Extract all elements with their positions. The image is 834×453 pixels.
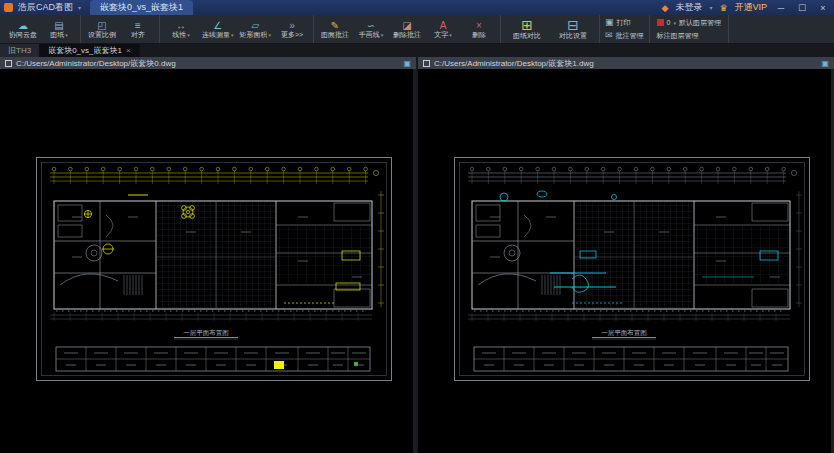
app-menu-caret[interactable]: ▾ (78, 4, 81, 11)
app-name: 浩辰CAD看图 (18, 1, 73, 14)
login-caret[interactable]: ▾ (709, 4, 712, 11)
toolbar-button-label: 手画线▾ (359, 31, 384, 39)
toolbar-button-label: 线性▾ (172, 31, 190, 39)
right-floor-plan: 一层平面布置图 (454, 157, 810, 381)
document-tab-label: 旧TH3 (8, 45, 31, 56)
document-tab-label: 嵌套块0_vs_嵌套块1 (48, 45, 122, 56)
toolbar-group: ✎图面批注∽手画线▾◪删除批注A文字▾×删除 (314, 15, 501, 43)
cad-viewer-window: { "titlebar": { "app_name": "浩辰CAD看图", "… (0, 0, 834, 453)
caret-down-icon: ▾ (269, 31, 272, 39)
compare-panels: C:/Users/Administrator/Desktop/嵌套块0.dwg … (0, 57, 834, 453)
layer-manage-group: 0▾默认图层管理标注图层管理 (650, 15, 729, 43)
right-panel-header: C:/Users/Administrator/Desktop/嵌套块1.dwg … (418, 57, 834, 69)
left-panel-header: C:/Users/Administrator/Desktop/嵌套块0.dwg … (0, 57, 416, 69)
main-toolbar: ☁协同云盘▤图纸▾◰设置比例≡对齐↔线性▾∠连续测量▾▱矩形面积▾»更多>>✎图… (0, 15, 834, 44)
default-layer-manage-label: 默认图层管理 (679, 18, 721, 28)
layer-color-swatch (657, 19, 664, 26)
close-button[interactable]: × (816, 3, 830, 13)
titlebar: 浩辰CAD看图 ▾ 嵌套块0_vs_嵌套块1 ◆ 未登录 ▾ ♛ 开通VIP ─… (0, 0, 834, 15)
right-drawing-canvas[interactable]: 一层平面布置图 (418, 69, 834, 453)
toolbar-button-more[interactable]: »更多>> (274, 15, 310, 43)
toolbar-small-button-label: 批注管理 (616, 31, 644, 41)
minimize-button[interactable]: ─ (774, 3, 788, 13)
annotation-layer-manage-label: 标注图层管理 (657, 31, 699, 41)
print-icon: ▣ (605, 18, 614, 27)
toolbar-button-label: 矩形面积▾ (240, 31, 272, 39)
toolbar-button-label: 设置比例 (88, 31, 116, 39)
toolbar-button-freehand[interactable]: ∽手画线▾ (353, 15, 389, 43)
open-vip-button[interactable]: 开通VIP (734, 1, 767, 14)
left-file-path: C:/Users/Administrator/Desktop/嵌套块0.dwg (16, 58, 176, 69)
panel-detach-icon[interactable]: ▣ (821, 59, 829, 68)
toolbar-button-erase[interactable]: ◪删除批注 (389, 15, 425, 43)
toolbar-button-measure[interactable]: ∠连续测量▾ (199, 15, 237, 43)
toolbar-small-button-print[interactable]: ▣打印 (605, 18, 644, 28)
toolbar-button-delete[interactable]: ×删除 (461, 15, 497, 43)
svg-text:一层平面布置图: 一层平面布置图 (183, 329, 229, 336)
toolbar-button-label: 对齐 (131, 31, 145, 39)
document-tab[interactable]: 旧TH3 (0, 44, 40, 57)
floor-plan-drawing: 一层平面布置图 (36, 157, 392, 381)
toolbar-button-label: 连续测量▾ (202, 31, 234, 39)
toolbar-button-linear-dim[interactable]: ↔线性▾ (163, 15, 199, 43)
toolbar-button-scale[interactable]: ◰设置比例 (84, 15, 120, 43)
text-icon: A (440, 20, 447, 31)
toolbar-button-compare-settings[interactable]: ⊟对比设置 (550, 15, 596, 43)
toolbar-button-label: 文字▾ (434, 31, 452, 39)
toolbar-button-label: 对比设置 (559, 32, 587, 40)
left-drawing-canvas[interactable]: 一层平面布置图 (0, 69, 416, 453)
caret-down-icon: ▾ (449, 31, 452, 39)
cloud-icon: ☁ (18, 20, 28, 31)
toolbar-button-area[interactable]: ▱矩形面积▾ (237, 15, 275, 43)
toolbar-button-label: 协同云盘 (9, 31, 37, 39)
right-file-path: C:/Users/Administrator/Desktop/嵌套块1.dwg (434, 58, 594, 69)
caret-down-icon: ▾ (65, 31, 68, 39)
layer-number: 0 (667, 19, 671, 26)
titlebar-doc-tab[interactable]: 嵌套块0_vs_嵌套块1 (90, 0, 193, 15)
notes-icon: ✉ (605, 31, 613, 40)
left-drawing-panel: C:/Users/Administrator/Desktop/嵌套块0.dwg … (0, 57, 418, 453)
compare-settings-icon: ⊟ (567, 19, 579, 32)
toolbar-button-annotate[interactable]: ✎图面批注 (317, 15, 353, 43)
toolbar-button-compare[interactable]: ⊞图纸对比 (504, 15, 550, 43)
left-scrollbar[interactable] (413, 69, 416, 453)
titlebar-right: ◆ 未登录 ▾ ♛ 开通VIP ─ ☐ × (661, 1, 830, 14)
toolbar-button-sheet[interactable]: ▤图纸▾ (41, 15, 77, 43)
panel-detach-icon[interactable]: ▣ (403, 59, 411, 68)
caret-down-icon: ▾ (381, 31, 384, 39)
toolbar-button-align[interactable]: ≡对齐 (120, 15, 156, 43)
toolbar-button-label: 图面批注 (321, 31, 349, 39)
erase-icon: ◪ (402, 20, 411, 31)
toolbar-button-cloud[interactable]: ☁协同云盘 (5, 15, 41, 43)
toolbar-small-button-notes[interactable]: ✉批注管理 (605, 31, 644, 41)
toolbar-group: ⊞图纸对比⊟对比设置 (501, 15, 600, 43)
toolbar-button-label: 图纸▾ (50, 31, 68, 39)
sheet-icon: ▤ (54, 20, 63, 31)
caret-down-icon: ▾ (231, 31, 234, 39)
annotate-icon: ✎ (331, 20, 339, 31)
area-icon: ▱ (251, 20, 259, 31)
scale-icon: ◰ (97, 20, 106, 31)
right-drawing-panel: C:/Users/Administrator/Desktop/嵌套块1.dwg … (418, 57, 834, 453)
toolbar-group: ☁协同云盘▤图纸▾ (2, 15, 81, 43)
close-tab-icon[interactable]: × (126, 46, 131, 55)
toolbar-group: ◰设置比例≡对齐 (81, 15, 160, 43)
toolbar-group: ↔线性▾∠连续测量▾▱矩形面积▾»更多>> (160, 15, 314, 43)
default-layer-selector[interactable]: 0▾默认图层管理 (657, 18, 721, 28)
document-tab[interactable]: 嵌套块0_vs_嵌套块1× (40, 44, 139, 57)
annotation-layer-manage[interactable]: 标注图层管理 (657, 31, 721, 41)
measure-icon: ∠ (213, 20, 222, 31)
toolbar-small-button-label: 打印 (617, 18, 631, 28)
promo-icon[interactable]: ◆ (661, 3, 668, 13)
login-label[interactable]: 未登录 (675, 1, 702, 14)
freehand-icon: ∽ (367, 20, 375, 31)
maximize-button[interactable]: ☐ (795, 3, 809, 13)
align-icon: ≡ (135, 20, 141, 31)
toolbar-button-label: 删除 (472, 31, 486, 39)
caret-down-icon: ▾ (187, 31, 190, 39)
compare-icon: ⊞ (521, 19, 533, 32)
dwg-file-icon (423, 60, 430, 67)
toolbar-button-label: 删除批注 (393, 31, 421, 39)
floor-plan-drawing: 一层平面布置图 (454, 157, 810, 381)
toolbar-button-text[interactable]: A文字▾ (425, 15, 461, 43)
